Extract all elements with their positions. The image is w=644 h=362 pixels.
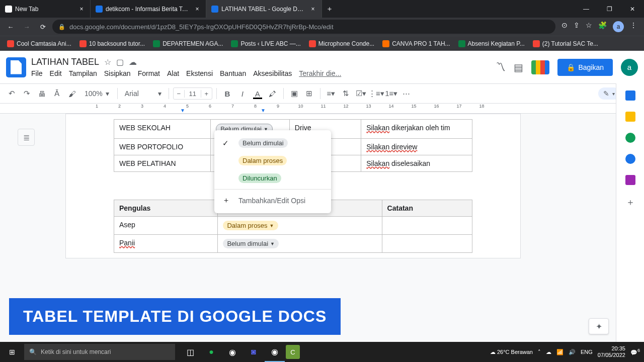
- keep-icon[interactable]: [625, 112, 635, 122]
- bookmark-item[interactable]: Cool Camtasia Ani...: [4, 39, 74, 49]
- close-icon[interactable]: ×: [78, 6, 85, 13]
- search-icon[interactable]: ⊙: [561, 21, 568, 32]
- menu-tools[interactable]: Alat: [167, 69, 179, 77]
- calendar-icon[interactable]: [625, 90, 635, 101]
- increase-size[interactable]: +: [201, 90, 212, 98]
- indent-marker[interactable]: ▼: [180, 108, 185, 113]
- bookmark-item[interactable]: Microphone Conde...: [306, 39, 377, 49]
- volume-icon[interactable]: 🔊: [569, 349, 576, 355]
- window-close[interactable]: ✕: [621, 6, 644, 13]
- new-tab-button[interactable]: ＋: [322, 5, 337, 14]
- window-maximize[interactable]: ❐: [598, 6, 621, 13]
- align-button[interactable]: ≡▾: [325, 87, 338, 100]
- document-title[interactable]: LATIHAN TABEL: [31, 57, 99, 67]
- close-icon[interactable]: ×: [194, 6, 201, 13]
- explore-button[interactable]: ✦: [589, 318, 609, 334]
- menu-format[interactable]: Format: [138, 69, 160, 77]
- zoom-select[interactable]: 100%▾: [80, 89, 113, 98]
- bold-button[interactable]: B: [221, 87, 234, 100]
- spellcheck-button[interactable]: Ᾱ: [50, 87, 63, 100]
- browser-tab-2[interactable]: LATIHAN TABEL - Google Dokum×: [206, 0, 322, 18]
- reload-button[interactable]: ⟳: [36, 20, 49, 33]
- trend-icon[interactable]: 〽: [496, 61, 506, 73]
- numbered-list-button[interactable]: 1≡▾: [385, 87, 398, 100]
- highlight-button[interactable]: 🖍: [266, 87, 279, 100]
- browser-tab-0[interactable]: ◎New Tab×: [0, 0, 91, 18]
- maps-icon[interactable]: [625, 175, 635, 185]
- bookmark-star-icon[interactable]: ☆: [586, 21, 592, 32]
- spotify-icon[interactable]: ●: [201, 342, 221, 362]
- chrome-icon[interactable]: ◉: [222, 342, 243, 362]
- bookmark-item[interactable]: Posts ‹ LIVE ABC —...: [228, 39, 303, 49]
- menu-extensions[interactable]: Ekstensi: [186, 69, 213, 77]
- dropdown-option[interactable]: Dalam proses: [214, 152, 331, 169]
- chrome-active-icon[interactable]: ◉: [265, 342, 285, 362]
- menu-icon[interactable]: ⋮: [630, 21, 637, 32]
- undo-button[interactable]: ↶: [5, 87, 18, 100]
- checklist-button[interactable]: ☑▾: [355, 87, 368, 100]
- discord-icon[interactable]: ◙: [244, 342, 264, 362]
- menu-edit[interactable]: Edit: [50, 69, 62, 77]
- browser-tab-1[interactable]: detikcom - Informasi Berita Terki×: [91, 0, 206, 18]
- decrease-size[interactable]: −: [174, 90, 185, 98]
- comment-icon[interactable]: ▤: [514, 61, 523, 73]
- ruler[interactable]: 123456789101112131415161718 ▼ ▼: [0, 104, 644, 114]
- tasks-icon[interactable]: [625, 133, 635, 143]
- more-button[interactable]: ⋯: [400, 87, 413, 100]
- camtasia-icon[interactable]: C: [286, 345, 300, 359]
- cloud-icon[interactable]: ☁: [129, 57, 137, 67]
- menu-insert[interactable]: Sisipkan: [104, 69, 131, 77]
- outline-toggle[interactable]: ≣: [18, 129, 35, 146]
- text-color-button[interactable]: A: [251, 87, 264, 100]
- font-select[interactable]: Arial▾: [122, 89, 165, 98]
- extensions-icon[interactable]: 🧩: [598, 21, 607, 32]
- star-icon[interactable]: ☆: [104, 57, 111, 67]
- onedrive-icon[interactable]: ☁: [546, 349, 551, 355]
- add-addon-icon[interactable]: ＋: [626, 196, 635, 208]
- menu-accessibility[interactable]: Aksesibilitas: [253, 69, 292, 77]
- redo-button[interactable]: ↷: [20, 87, 33, 100]
- clock[interactable]: 20:3507/05/2022: [598, 345, 625, 358]
- menu-help[interactable]: Bantuan: [220, 69, 246, 77]
- notification-icon[interactable]: 💬6: [630, 348, 640, 356]
- paint-format-button[interactable]: 🖌: [65, 87, 78, 100]
- menu-view[interactable]: Tampilan: [69, 69, 97, 77]
- docs-logo[interactable]: [6, 57, 26, 77]
- bullet-list-button[interactable]: ⋮≡▾: [370, 87, 383, 100]
- task-view-icon[interactable]: ◫: [180, 342, 200, 362]
- start-button[interactable]: ⊞: [0, 348, 24, 356]
- bookmark-item[interactable]: (2) Tutorial SAC Te...: [530, 39, 601, 49]
- share-icon[interactable]: ⇪: [574, 21, 580, 32]
- insert-image-button[interactable]: ▣: [288, 87, 301, 100]
- weather-widget[interactable]: ☁ 26°C Berawan: [490, 349, 533, 355]
- profile-avatar[interactable]: a: [613, 21, 624, 32]
- indent-marker[interactable]: ▼: [261, 108, 266, 113]
- last-edit[interactable]: Terakhir die...: [299, 69, 341, 77]
- font-size-control[interactable]: −11+: [173, 87, 212, 100]
- line-spacing-button[interactable]: ⇅: [340, 87, 353, 100]
- dropdown-option[interactable]: Diluncurkan: [214, 169, 331, 187]
- italic-button[interactable]: I: [236, 87, 249, 100]
- bookmark-item[interactable]: CANVA PRO 1 TAH...: [379, 39, 453, 49]
- window-minimize[interactable]: ―: [575, 6, 598, 13]
- account-avatar[interactable]: a: [621, 59, 638, 76]
- language-indicator[interactable]: ENG: [581, 349, 593, 355]
- taskbar-search[interactable]: 🔍Ketik di sini untuk mencari: [24, 344, 175, 360]
- back-button[interactable]: ←: [4, 20, 17, 33]
- wifi-icon[interactable]: 📶: [556, 349, 564, 355]
- dropdown-option[interactable]: ✓Belum dimulai: [214, 134, 331, 152]
- move-icon[interactable]: ▢: [116, 57, 124, 67]
- contacts-icon[interactable]: [625, 154, 635, 164]
- print-button[interactable]: 🖶: [35, 87, 48, 100]
- close-icon[interactable]: ×: [309, 6, 316, 13]
- bookmark-item[interactable]: Absensi Kegiatan P...: [455, 39, 528, 49]
- add-comment-button[interactable]: ⊞: [303, 87, 316, 100]
- dropdown-edit-options[interactable]: ＋Tambahkan/Edit Opsi: [214, 192, 331, 209]
- document-page[interactable]: WEB SEKOLAH Belum dimulai▼ Drive Silakan…: [65, 114, 521, 258]
- share-button[interactable]: 🔒Bagikan: [557, 59, 613, 76]
- menu-file[interactable]: File: [31, 69, 43, 77]
- bookmark-item[interactable]: DEPARTEMEN AGA...: [150, 39, 226, 49]
- bookmark-item[interactable]: 10 backsound tutor...: [76, 39, 148, 49]
- tray-chevron-icon[interactable]: ˄: [538, 349, 541, 355]
- address-bar[interactable]: 🔒 docs.google.com/document/d/1pzD8_5IEY7…: [52, 20, 555, 34]
